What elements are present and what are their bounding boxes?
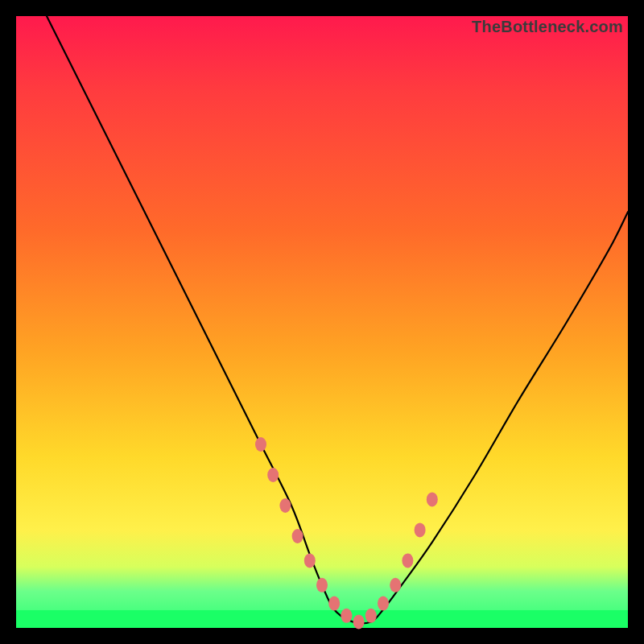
sample-dot — [292, 529, 303, 543]
sample-dot — [316, 578, 328, 592]
sample-dot — [255, 437, 266, 452]
chart-frame: TheBottleneck.com — [0, 0, 644, 644]
bottleneck-curve-path — [47, 16, 628, 623]
curve-svg — [16, 16, 628, 628]
sample-dot — [304, 553, 316, 568]
sample-dot — [390, 578, 401, 592]
sample-dot — [267, 468, 279, 482]
sample-dot — [353, 614, 365, 629]
sample-dot — [415, 522, 426, 537]
sample-dots-group — [255, 437, 438, 629]
sample-dot — [279, 498, 291, 513]
plot-area: TheBottleneck.com — [16, 16, 628, 628]
sample-dot — [427, 492, 438, 506]
sample-dot — [365, 609, 377, 623]
sample-dot — [341, 609, 352, 623]
sample-dot — [378, 597, 389, 611]
sample-dot — [328, 597, 340, 611]
sample-dot — [402, 553, 413, 568]
